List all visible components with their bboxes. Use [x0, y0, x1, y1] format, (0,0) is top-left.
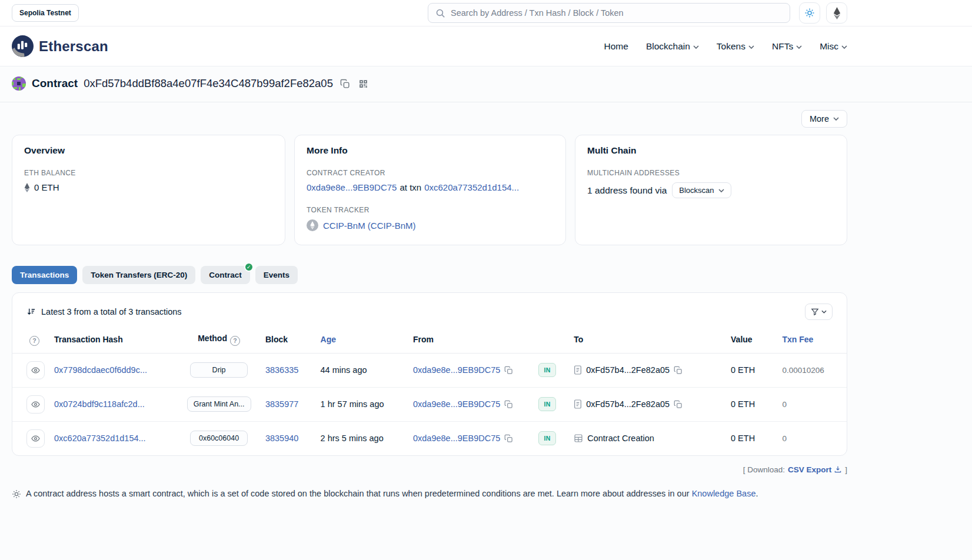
from-address-link[interactable]: 0xda9e8e...9EB9DC75	[413, 434, 500, 443]
fee-cell: 0	[777, 421, 847, 455]
contract-file-icon	[574, 399, 582, 409]
nav-blockchain[interactable]: Blockchain	[646, 41, 699, 52]
value-cell: 0 ETH	[726, 387, 777, 421]
txn-hash-link[interactable]: 0x0724bdf9c118afc2d...	[54, 399, 145, 409]
copy-icon	[674, 400, 683, 409]
chevron-down-icon	[693, 45, 699, 49]
nav-misc-label: Misc	[820, 41, 838, 52]
multichain-found-text: 1 address found via	[587, 185, 667, 196]
search-icon	[435, 8, 445, 18]
token-tracker-link[interactable]: CCIP-BnM (CCIP-BnM)	[323, 221, 416, 231]
col-header-block: Block	[261, 328, 316, 353]
txn-hash-link[interactable]: 0xc620a77352d1d154...	[54, 434, 146, 443]
copy-from-button[interactable]	[504, 400, 513, 409]
contract-creation-icon	[574, 434, 583, 443]
creator-address-link[interactable]: 0xda9e8e...9EB9DC75	[307, 182, 397, 192]
tip-icon	[12, 489, 21, 499]
eye-icon	[31, 400, 40, 409]
transactions-panel: Latest 3 from a total of 3 transactions …	[12, 292, 847, 456]
knowledge-base-link[interactable]: Knowledge Base	[692, 489, 756, 498]
info-cards: Overview ETH BALANCE 0 ETH More Info CON…	[12, 135, 847, 245]
eth-glyph-icon	[24, 183, 30, 192]
copy-address-button[interactable]	[339, 78, 351, 90]
col-header-fee[interactable]: Txn Fee	[777, 328, 847, 353]
direction-badge: IN	[538, 363, 555, 377]
top-bar: Sepolia Testnet	[0, 0, 972, 26]
transactions-table: ? Transaction Hash Method? Block Age Fro…	[12, 328, 847, 455]
creation-txn-link[interactable]: 0xc620a77352d1d154...	[424, 182, 519, 192]
blockscan-dropdown-button[interactable]: Blockscan	[672, 182, 731, 198]
method-badge[interactable]: Drip	[190, 362, 248, 378]
nav-blockchain-label: Blockchain	[646, 41, 690, 52]
main-nav: Home Blockchain Tokens NFTs	[604, 41, 847, 52]
copy-to-button[interactable]	[674, 400, 683, 409]
tab-bar: Transactions Token Transfers (ERC-20) Co…	[12, 266, 847, 284]
search-input[interactable]	[451, 8, 783, 18]
tab-token-transfers[interactable]: Token Transfers (ERC-20)	[82, 266, 195, 284]
tab-contract-label: Contract	[209, 271, 242, 279]
value-cell: 0 ETH	[726, 353, 777, 387]
token-tracker-label: TOKEN TRACKER	[307, 206, 554, 214]
preview-txn-button[interactable]	[26, 429, 45, 448]
copy-icon	[504, 400, 513, 409]
qr-code-button[interactable]	[357, 78, 370, 90]
tab-contract[interactable]: Contract ✓	[201, 266, 250, 284]
copy-to-button[interactable]	[674, 366, 683, 375]
method-badge[interactable]: 0x60c06040	[190, 431, 248, 446]
col-header-hash: Transaction Hash	[49, 328, 177, 353]
col-header-age[interactable]: Age	[316, 328, 408, 353]
etherscan-logo[interactable]: Etherscan	[12, 35, 108, 57]
transaction-row: 0xc620a77352d1d154... 0x60c06040 3835940…	[12, 421, 847, 455]
qr-code-icon	[358, 79, 368, 89]
from-address-link[interactable]: 0xda9e8e...9EB9DC75	[413, 365, 500, 375]
filter-button[interactable]	[805, 304, 833, 320]
nav-home-label: Home	[604, 41, 628, 52]
copy-icon	[504, 366, 513, 375]
nav-home[interactable]: Home	[604, 41, 628, 52]
search-box[interactable]	[428, 3, 790, 23]
tab-events[interactable]: Events	[255, 266, 298, 284]
nav-nfts-label: NFTs	[772, 41, 793, 52]
method-badge[interactable]: Grant Mint An...	[187, 396, 251, 412]
download-icon	[834, 465, 842, 474]
network-selector-button[interactable]: Sepolia Testnet	[12, 4, 79, 22]
nav-tokens[interactable]: Tokens	[717, 41, 754, 52]
value-cell: 0 ETH	[726, 421, 777, 455]
chevron-down-icon	[821, 310, 827, 314]
chevron-down-icon	[841, 45, 847, 49]
filter-funnel-icon	[811, 308, 819, 316]
csv-export-link[interactable]: CSV Export	[788, 465, 842, 474]
nav-nfts[interactable]: NFTs	[772, 41, 802, 52]
token-icon	[307, 219, 318, 231]
txn-hash-link[interactable]: 0x7798dcdaec0f6dd9c...	[54, 365, 147, 375]
note-text: A contract address hosts a smart contrac…	[26, 489, 690, 498]
creator-connector-text: at txn	[400, 182, 421, 192]
from-address-link[interactable]: 0xda9e8e...9EB9DC75	[413, 399, 500, 409]
copy-icon	[504, 434, 513, 443]
chevron-down-icon	[833, 117, 839, 121]
block-link[interactable]: 3836335	[265, 365, 298, 375]
age-cell: 44 mins ago	[316, 353, 408, 387]
note-suffix: .	[755, 489, 758, 498]
copy-from-button[interactable]	[504, 434, 513, 443]
block-link[interactable]: 3835940	[265, 434, 298, 443]
nav-misc[interactable]: Misc	[820, 41, 847, 52]
preview-txn-button[interactable]	[26, 361, 45, 379]
preview-txn-button[interactable]	[26, 395, 45, 414]
more-button[interactable]: More	[801, 110, 847, 128]
download-prefix: [ Download:	[743, 465, 785, 474]
more-button-label: More	[810, 114, 829, 124]
col-header-from: From	[408, 328, 534, 353]
network-ethereum-button[interactable]	[826, 2, 847, 24]
fee-cell: 0.00010206	[777, 353, 847, 387]
copy-from-button[interactable]	[504, 366, 513, 375]
multichain-card-title: Multi Chain	[587, 145, 835, 156]
copy-icon	[674, 366, 683, 375]
method-help-icon[interactable]: ?	[230, 336, 240, 346]
tab-transactions[interactable]: Transactions	[12, 266, 77, 284]
verified-check-icon: ✓	[244, 262, 254, 272]
theme-toggle-button[interactable]	[799, 2, 820, 24]
help-icon[interactable]: ?	[29, 336, 39, 346]
block-link[interactable]: 3835977	[265, 399, 298, 409]
to-address: 0xFd57b4...2Fe82a05	[586, 399, 670, 409]
